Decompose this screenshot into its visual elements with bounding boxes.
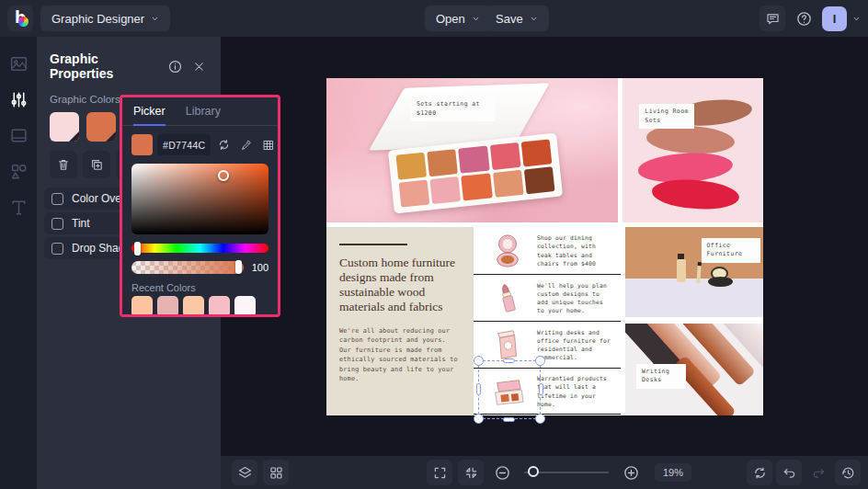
- sidebar-item-edit-properties[interactable]: [6, 87, 30, 111]
- resize-handle-top-right[interactable]: [535, 356, 545, 366]
- feature-row-lipstick[interactable]: We'll help you plan custom designs to ad…: [474, 274, 621, 321]
- resize-handle-top-left[interactable]: [474, 356, 484, 366]
- undo-button[interactable]: [776, 460, 802, 485]
- sidebar-item-graphics[interactable]: [6, 159, 30, 183]
- duplicate-graphic-button[interactable]: [83, 151, 110, 178]
- fullscreen-button[interactable]: [427, 460, 452, 485]
- palette-photo-panel[interactable]: Sets starting at $1200: [326, 78, 618, 222]
- help-icon: [795, 10, 813, 28]
- tab-picker[interactable]: Picker: [133, 105, 166, 126]
- zoom-slider-handle[interactable]: [528, 466, 539, 477]
- opacity-value: 100: [248, 262, 268, 273]
- chevron-down-icon: [151, 15, 159, 23]
- swap-color-button[interactable]: [215, 136, 233, 154]
- zoom-level-badge[interactable]: 19%: [655, 463, 691, 482]
- sidebar-item-templates[interactable]: [6, 123, 30, 147]
- feedback-button[interactable]: [760, 6, 785, 31]
- hue-slider[interactable]: [131, 244, 268, 253]
- hex-input[interactable]: #D7744C: [157, 134, 211, 155]
- foundation-bottle: [677, 259, 686, 282]
- zoom-slider[interactable]: [524, 472, 609, 473]
- current-color-chip[interactable]: [131, 134, 153, 155]
- resize-handle-left[interactable]: [476, 383, 481, 395]
- recent-color-swatch-2[interactable]: [131, 296, 153, 317]
- save-button[interactable]: Save: [485, 6, 549, 31]
- tint-checkbox[interactable]: [51, 218, 63, 230]
- concealer-stick: [696, 266, 701, 283]
- close-icon: [192, 60, 206, 74]
- writing-desks-label[interactable]: Writing Desks: [636, 364, 686, 389]
- zoom-out-button[interactable]: [489, 460, 515, 485]
- resize-handle-right[interactable]: [539, 383, 543, 395]
- delete-graphic-button[interactable]: [50, 151, 77, 178]
- eyedropper-icon: [240, 139, 253, 152]
- bottom-toolbar: 19%: [221, 456, 868, 489]
- graphic-color-swatch-2[interactable]: [86, 112, 116, 142]
- open-button[interactable]: Open: [425, 6, 491, 31]
- color-overlay-checkbox[interactable]: [51, 193, 63, 205]
- swatch-blob-red: [651, 177, 740, 212]
- resize-handle-bottom-left[interactable]: [474, 414, 484, 424]
- resize-handle-bottom[interactable]: [503, 417, 515, 422]
- zoom-in-button[interactable]: [618, 460, 644, 485]
- opacity-slider[interactable]: [131, 261, 244, 274]
- resize-handle-top[interactable]: [503, 358, 515, 363]
- powder-compact: [708, 277, 733, 287]
- recent-color-swatch-3[interactable]: [157, 296, 178, 317]
- info-icon: [167, 59, 183, 74]
- account-chevron-down-icon[interactable]: [852, 15, 861, 23]
- layers-button[interactable]: [232, 460, 257, 485]
- canvas-area[interactable]: Sets starting at $1200 Living Room Sets …: [221, 37, 868, 456]
- zoom-in-icon: [622, 464, 640, 482]
- feature-row-compact[interactable]: Shop our dining collection, with teak ta…: [474, 227, 621, 274]
- doc-type-dropdown[interactable]: Graphic Designer: [40, 6, 170, 31]
- palette-grid-button[interactable]: [259, 136, 277, 154]
- design-artboard[interactable]: Sets starting at $1200 Living Room Sets …: [326, 78, 763, 415]
- recent-color-swatch-5[interactable]: [209, 296, 230, 317]
- fit-to-screen-button[interactable]: [458, 460, 484, 485]
- comment-icon: [765, 11, 781, 27]
- image-icon: [9, 54, 29, 74]
- history-button[interactable]: [835, 460, 861, 485]
- app-logo[interactable]: b: [7, 6, 33, 31]
- avatar[interactable]: I: [822, 6, 847, 31]
- headline-text-panel[interactable]: Custom home furniture designs made from …: [326, 227, 474, 415]
- lipstick-swatch-panel[interactable]: Living Room Sets: [622, 78, 763, 222]
- fit-screen-icon: [463, 465, 479, 481]
- palette-grid-icon: [262, 139, 275, 152]
- sidebar-item-image-manager[interactable]: [6, 51, 30, 75]
- help-button[interactable]: [791, 6, 817, 31]
- drop-shadow-checkbox[interactable]: [51, 243, 63, 255]
- headline-text[interactable]: Custom home furniture designs made from …: [339, 256, 461, 314]
- living-room-label[interactable]: Living Room Sets: [639, 104, 694, 129]
- avatar-initial: I: [833, 12, 837, 26]
- office-furniture-panel[interactable]: Office Furniture: [625, 227, 763, 317]
- hue-slider-handle[interactable]: [134, 242, 141, 256]
- selection-box[interactable]: [478, 360, 541, 419]
- fullscreen-icon: [432, 465, 448, 481]
- eyedropper-button[interactable]: [237, 136, 255, 154]
- opacity-slider-handle[interactable]: [235, 260, 242, 274]
- info-button[interactable]: [166, 57, 184, 75]
- compact-illustration: [477, 233, 537, 268]
- office-furniture-label[interactable]: Office Furniture: [702, 238, 760, 263]
- recent-colors-label: Recent Colors: [131, 282, 268, 293]
- graphic-color-swatch-1[interactable]: [50, 112, 79, 142]
- sidebar-item-text[interactable]: [6, 195, 30, 219]
- redo-icon: [811, 465, 827, 481]
- resize-handle-bottom-right[interactable]: [535, 414, 545, 424]
- saturation-field[interactable]: [131, 164, 268, 234]
- reset-button[interactable]: [747, 460, 772, 485]
- recent-color-swatch-4[interactable]: [183, 296, 204, 317]
- close-panel-button[interactable]: [189, 57, 208, 75]
- grid-view-button[interactable]: [263, 460, 289, 485]
- panel-title: Graphic Properties: [50, 51, 160, 81]
- tab-library[interactable]: Library: [186, 105, 221, 125]
- sets-price-label[interactable]: Sets starting at $1200: [411, 97, 496, 121]
- layers-icon: [237, 465, 253, 481]
- body-text[interactable]: We're all about reducing our carbon foot…: [339, 326, 461, 384]
- saturation-cursor[interactable]: [218, 170, 229, 181]
- writing-desks-panel[interactable]: Writing Desks: [625, 324, 763, 415]
- redo-button[interactable]: [805, 460, 831, 485]
- recent-color-swatch-6[interactable]: [234, 296, 256, 317]
